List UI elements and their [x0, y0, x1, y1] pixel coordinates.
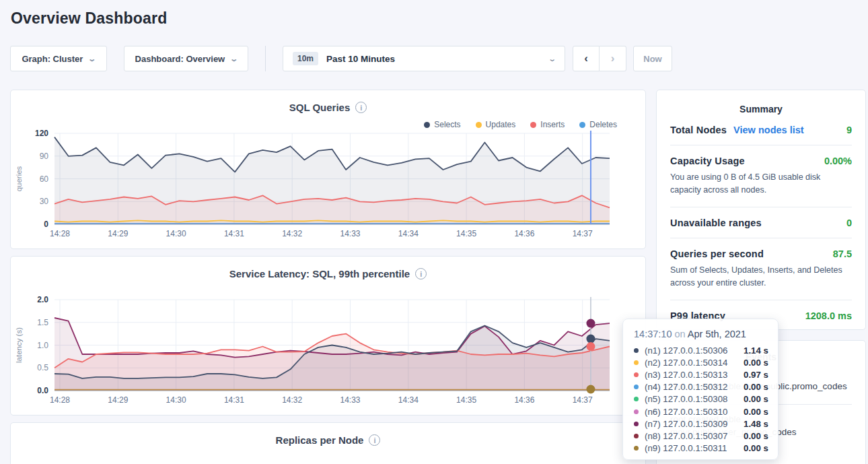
svg-text:14:35: 14:35	[456, 395, 476, 405]
svg-text:0.5: 0.5	[37, 363, 48, 372]
series-dot-icon	[634, 372, 639, 377]
series-dot-icon	[634, 422, 639, 426]
time-next-button[interactable]: ›	[600, 46, 626, 71]
now-button[interactable]: Now	[633, 46, 672, 71]
tooltip-row: (n9) 127.0.0.1:503110.00 s	[634, 442, 768, 455]
legend-dot-icon	[530, 122, 536, 128]
tooltip-row: (n1) 127.0.0.1:503061.14 s	[634, 344, 768, 356]
svg-text:14:32: 14:32	[282, 229, 302, 238]
series-dot-icon	[634, 409, 639, 414]
capacity-usage-value: 0.00%	[824, 156, 852, 166]
toolbar: Graph: Cluster ⌄ Dashboard: Overview ⌄ 1…	[10, 46, 672, 71]
chart-legend-0: SelectsUpdatesInsertsDeletes	[424, 120, 617, 129]
series-dot-icon	[634, 360, 639, 365]
divider	[265, 46, 266, 71]
svg-text:60: 60	[40, 174, 49, 184]
view-nodes-list-link[interactable]: View nodes list	[733, 125, 804, 135]
sql-queries-chart-card: SQL Queries i SelectsUpdatesInsertsDelet…	[10, 90, 646, 249]
svg-text:14:30: 14:30	[166, 229, 186, 238]
chart-hover-tooltip: 14:37:10 on Apr 5th, 2021 (n1) 127.0.0.1…	[622, 319, 779, 460]
time-prev-button[interactable]: ‹	[573, 46, 600, 71]
legend-item-deletes[interactable]: Deletes	[579, 120, 617, 129]
svg-text:latency (s): latency (s)	[15, 327, 23, 363]
chart-title: SQL Queries	[289, 102, 351, 113]
svg-text:14:37: 14:37	[573, 229, 593, 238]
svg-text:1.5: 1.5	[37, 318, 48, 327]
svg-text:14:30: 14:30	[166, 395, 186, 405]
series-dot-icon	[634, 434, 639, 438]
tooltip-row: (n8) 127.0.0.1:503070.00 s	[634, 430, 768, 442]
info-icon[interactable]: i	[369, 434, 380, 446]
tooltip-row: (n4) 127.0.0.1:503120.00 s	[634, 381, 768, 393]
chart-canvas-1[interactable]: 0.00.51.01.52.014:2814:2914:3014:3114:32…	[11, 296, 645, 411]
svg-text:2.0: 2.0	[37, 296, 48, 304]
summary-title: Summary	[657, 90, 865, 114]
svg-text:14:37: 14:37	[573, 395, 593, 405]
legend-dot-icon	[579, 122, 585, 128]
svg-text:14:31: 14:31	[224, 395, 244, 405]
service-latency-chart-card: Service Latency: SQL, 99th percentile i …	[10, 256, 646, 416]
legend-item-inserts[interactable]: Inserts	[530, 120, 565, 129]
replicas-per-node-chart-card: Replicas per Node i	[10, 422, 646, 464]
svg-text:14:33: 14:33	[340, 395, 360, 405]
series-dot-icon	[634, 348, 639, 353]
tooltip-row: (n2) 127.0.0.1:503140.00 s	[634, 356, 768, 368]
chart-title: Replicas per Node	[276, 434, 364, 446]
legend-item-selects[interactable]: Selects	[424, 120, 460, 129]
svg-text:14:35: 14:35	[456, 229, 476, 238]
time-range-dropdown[interactable]: 10m Past 10 Minutes ⌄	[283, 46, 565, 71]
time-range-label: Past 10 Minutes	[326, 54, 395, 64]
tooltip-row: (n5) 127.0.0.1:503080.00 s	[634, 393, 768, 405]
svg-text:90: 90	[40, 152, 49, 161]
tooltip-row: (n3) 127.0.0.1:503130.97 s	[634, 368, 768, 380]
time-range-badge: 10m	[293, 52, 318, 65]
summary-row-queries-per-second: Queries per second 87.5 Sum of Selects, …	[670, 238, 852, 300]
dashboard-dropdown[interactable]: Dashboard: Overview ⌄	[124, 46, 248, 71]
svg-text:120: 120	[35, 129, 48, 138]
tooltip-row: (n6) 127.0.0.1:503100.00 s	[634, 405, 768, 418]
svg-text:14:29: 14:29	[108, 395, 128, 405]
svg-text:14:34: 14:34	[398, 229, 419, 238]
summary-row-capacity-usage: Capacity Usage 0.00% You are using 0 B o…	[670, 145, 852, 207]
legend-dot-icon	[424, 122, 430, 128]
svg-text:14:32: 14:32	[282, 395, 302, 405]
series-dot-icon	[634, 385, 639, 389]
svg-text:14:29: 14:29	[108, 229, 128, 238]
total-nodes-value: 9	[846, 125, 852, 135]
chevron-down-icon: ⌄	[229, 55, 238, 63]
chart-title: Service Latency: SQL, 99th percentile	[229, 268, 410, 279]
svg-text:14:31: 14:31	[224, 229, 244, 238]
page-title: Overview Dashboard	[11, 9, 167, 28]
svg-text:0: 0	[44, 220, 48, 229]
svg-text:30: 30	[40, 197, 49, 206]
info-icon[interactable]: i	[355, 102, 367, 113]
series-dot-icon	[634, 446, 639, 451]
legend-item-updates[interactable]: Updates	[476, 120, 516, 129]
svg-text:0.0: 0.0	[37, 386, 48, 395]
chevron-down-icon: ⌄	[548, 55, 556, 63]
info-icon[interactable]: i	[415, 268, 427, 279]
svg-text:14:36: 14:36	[514, 229, 534, 238]
svg-text:14:36: 14:36	[514, 395, 534, 405]
tooltip-rows: (n1) 127.0.0.1:503061.14 s(n2) 127.0.0.1…	[634, 344, 768, 455]
tooltip-row: (n7) 127.0.0.1:503091.48 s	[634, 418, 768, 430]
tooltip-timestamp: 14:37:10 on Apr 5th, 2021	[634, 329, 768, 339]
svg-text:queries: queries	[15, 166, 23, 191]
queries-per-second-value: 87.5	[833, 248, 852, 259]
p99-latency-value: 1208.0 ms	[805, 310, 852, 321]
summary-row-unavailable-ranges: Unavailable ranges 0	[670, 207, 852, 238]
unavailable-ranges-value: 0	[846, 218, 852, 228]
svg-text:1.0: 1.0	[37, 341, 48, 350]
svg-text:14:34: 14:34	[398, 395, 419, 405]
chart-canvas-0[interactable]: 030609012014:2814:2914:3014:3114:3214:33…	[11, 129, 645, 245]
graph-dropdown[interactable]: Graph: Cluster ⌄	[10, 46, 107, 71]
svg-text:14:33: 14:33	[340, 229, 360, 238]
series-dot-icon	[634, 397, 639, 401]
summary-row-total-nodes: Total Nodes View nodes list 9	[670, 114, 852, 145]
legend-dot-icon	[476, 122, 482, 128]
chevron-down-icon: ⌄	[88, 55, 97, 63]
summary-panel: Summary Total Nodes View nodes list 9 Ca…	[656, 90, 866, 330]
svg-text:14:28: 14:28	[50, 229, 70, 238]
svg-text:14:28: 14:28	[50, 395, 70, 405]
